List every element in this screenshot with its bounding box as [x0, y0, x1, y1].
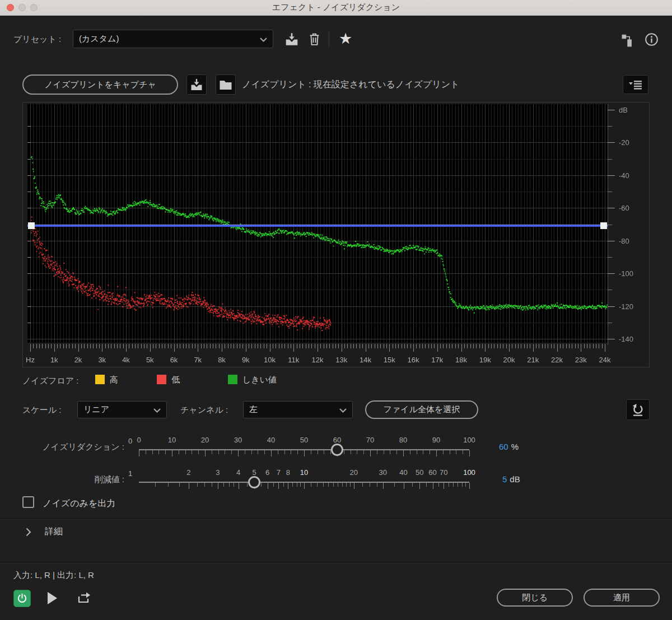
slider-tick-label: 10: [300, 468, 308, 477]
noise-reduction-min-label: 0: [128, 437, 132, 445]
slider-tick: [465, 483, 466, 487]
slider-tick: [288, 483, 288, 489]
advanced-expander[interactable]: [25, 527, 32, 537]
effect-power-toggle[interactable]: [13, 590, 31, 607]
slider-tick: [234, 483, 234, 487]
preset-select-value: (カスタム): [79, 34, 119, 44]
slider-tick: [458, 483, 458, 487]
slider-tick: [268, 483, 268, 489]
reduce-by-min-label: 1: [128, 469, 132, 478]
slider-tick-label: 80: [399, 436, 407, 444]
slider-tick-label: 60: [428, 468, 436, 477]
slider-tick-label: 5: [253, 468, 256, 477]
channel-select[interactable]: 左: [243, 401, 353, 418]
scale-select-value: リニア: [83, 404, 109, 415]
slider-tick: [198, 450, 199, 454]
window-title: エフェクト - ノイズリダクション: [0, 2, 672, 13]
slider-tick: [258, 450, 258, 454]
save-icon: [190, 78, 203, 91]
slider-tick: [423, 450, 423, 454]
slider-tick: [212, 483, 212, 487]
slider-tick-label: 40: [399, 468, 407, 477]
slider-tick: [438, 483, 439, 487]
slider-knob[interactable]: [248, 476, 260, 488]
slider-tick: [225, 450, 225, 454]
load-noise-print-button[interactable]: [216, 74, 236, 95]
slider-tick: [404, 483, 404, 489]
advanced-label[interactable]: 詳細: [45, 526, 63, 538]
info-icon[interactable]: [642, 30, 661, 49]
slider-tick: [377, 450, 377, 454]
slider-tick: [284, 450, 285, 454]
preset-select[interactable]: (カスタム): [73, 30, 273, 48]
noise-reduction-slider[interactable]: 0102030405060708090100: [139, 436, 469, 460]
slider-tick: [430, 450, 430, 454]
reduce-by-value[interactable]: 5dB: [502, 474, 520, 484]
slider-tick: [218, 483, 218, 489]
spectrum-canvas[interactable]: [23, 102, 649, 367]
slider-tick: [172, 450, 172, 456]
slider-tick: [419, 483, 420, 489]
slider-tick-label: 20: [350, 468, 358, 477]
slider-tick: [436, 450, 437, 456]
slider-tick: [292, 483, 293, 487]
save-noise-print-button[interactable]: [186, 74, 207, 95]
play-icon: [47, 592, 58, 604]
close-button[interactable]: 閉じる: [497, 589, 573, 607]
chevron-right-icon: [26, 528, 31, 537]
slider-tick: [443, 450, 444, 454]
play-button[interactable]: [46, 591, 58, 605]
slider-tick: [433, 483, 433, 489]
routing-diagram-icon[interactable]: [619, 31, 638, 50]
panel-menu-button[interactable]: [623, 75, 648, 94]
favorite-star-icon[interactable]: ★: [336, 29, 355, 48]
titlebar: エフェクト - ノイズリダクション: [0, 0, 672, 16]
slider-tick: [344, 450, 344, 454]
slider-tick: [185, 450, 186, 454]
slider-tick: [300, 483, 301, 487]
slider-tick: [168, 483, 169, 487]
noise-print-status: ノイズプリント : 現在設定されているノイズプリント: [242, 79, 459, 91]
slider-tick: [410, 450, 410, 454]
select-entire-file-button[interactable]: ファイル全体を選択: [365, 400, 478, 419]
slider-tick-label: 70: [366, 436, 374, 444]
delete-preset-icon[interactable]: [305, 30, 324, 49]
slider-tick: [370, 450, 371, 456]
slider-tick: [370, 483, 370, 487]
slider-knob[interactable]: [331, 444, 343, 456]
slider-tick: [323, 483, 324, 487]
slider-tick: [311, 450, 311, 454]
scale-select[interactable]: リニア: [77, 401, 167, 418]
slider-tick-label: 100: [463, 436, 475, 444]
slider-tick-label: 3: [216, 468, 220, 477]
capture-noise-print-button[interactable]: ノイズプリントをキャプチャ: [22, 74, 178, 95]
slider-tick: [317, 483, 318, 487]
slider-tick: [449, 483, 449, 487]
slider-tick: [304, 450, 305, 456]
channel-label: チャンネル :: [180, 405, 228, 416]
legend-item: 低: [157, 375, 180, 385]
save-preset-icon[interactable]: [282, 30, 301, 49]
loop-playback-button[interactable]: [76, 591, 92, 604]
slider-tick-label: 7: [277, 468, 281, 477]
slider-tick: [158, 450, 159, 454]
apply-button[interactable]: 適用: [584, 589, 660, 607]
channel-select-value: 左: [249, 404, 258, 415]
slider-tick: [417, 450, 417, 454]
effect-window: エフェクト - ノイズリダクション プリセット : (カスタム) ★: [0, 0, 672, 620]
slider-tick: [394, 483, 395, 487]
slider-tick-label: 50: [300, 436, 308, 444]
scale-label: スケール :: [22, 405, 61, 416]
reset-button[interactable]: [626, 399, 650, 420]
legend-item: 高: [95, 375, 118, 385]
output-noise-only-checkbox[interactable]: [22, 496, 34, 508]
reduce-by-slider[interactable]: 234567810203040506070100: [139, 468, 469, 493]
slider-tick-label: 6: [265, 468, 269, 477]
slider-tick: [231, 450, 232, 454]
noise-reduction-value[interactable]: 60%: [499, 442, 519, 452]
folder-icon: [219, 79, 232, 90]
io-status: 入力: L, R | 出力: L, R: [13, 570, 94, 581]
divider: [0, 562, 672, 563]
slider-tick: [229, 483, 230, 487]
slider-tick-label: 8: [286, 468, 290, 477]
